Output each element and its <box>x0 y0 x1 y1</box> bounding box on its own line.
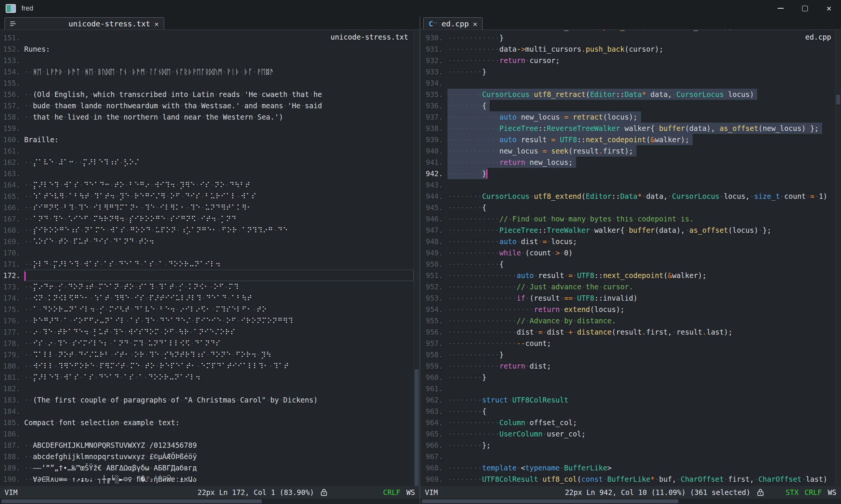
editor-line[interactable]: 171.··⡕⠇⠙·⡍⠜⠇⠑⠹·⠺⠁⠎·⠁⠎·⠙⠑⠁⠙·⠁⠎·⠁·⠙⠕⠕⠗⠤⠝⠁… <box>0 258 420 270</box>
editor-line[interactable]: 948.············auto·dist·=·locus; <box>420 236 841 247</box>
editor-line[interactable]: 154.··ᚻᛖ·ᚳᚹᚫᚦ·ᚦᚫᛏ·ᚻᛖ·ᛒᚢᛞᛖ·ᚩᚾ·ᚦᚫᛗ·ᛚᚪᚾᛞᛖ·ᚾ… <box>0 66 420 77</box>
editor-line[interactable]: 965.············UserColumn·user_col; <box>420 428 841 439</box>
left-editor[interactable]: 150.እግርህን·በፍራሽህ·ልክ·ዘርጋ።151.152.Runes:153… <box>0 29 420 486</box>
editor-line[interactable]: 959.············return·dist; <box>420 360 841 372</box>
editor-line[interactable]: 159. <box>0 123 420 134</box>
editor-line[interactable]: 179.··⠩⠁⠇⠇·⠝⠕⠞·⠙⠊⠌⠥⠗⠃·⠊⠞⠂·⠕⠗·⠹⠑·⡊⠳⠝⠞⠗⠹⠰⠎… <box>0 349 420 360</box>
editor-line[interactable]: 163. <box>0 168 420 179</box>
editor-line[interactable]: 932.············return·cursor; <box>420 55 841 66</box>
editor-line[interactable]: 183.··(The·first·couple·of·paragraphs·of… <box>0 394 420 406</box>
editor-line[interactable]: 161. <box>0 145 420 157</box>
editor-line[interactable]: 939.············auto·result·=·UTF8::next… <box>420 134 841 145</box>
editor-line[interactable]: 175.··⠁·⠙⠕⠕⠗⠤⠝⠁⠊⠇⠲·⡊·⠍⠊⠣⠞·⠙⠁⠧⠑·⠃⠑⠲·⠔⠊⠇⠔⠫… <box>0 304 420 315</box>
editor-line[interactable]: 930.············} <box>420 32 841 43</box>
editor-line[interactable]: 935.········CursorLocus·utf8_retract(Edi… <box>420 89 841 100</box>
editor-line[interactable]: 176.··⠗⠑⠛⠜⠙·⠁·⠊⠕⠋⠋⠔⠤⠝⠁⠊⠇·⠁⠎·⠹⠑·⠙⠑⠁⠙⠑⠌·⠏⠊… <box>0 315 420 326</box>
editor-line[interactable]: 184. <box>0 406 420 417</box>
editor-line[interactable]: 963.········{ <box>420 406 841 417</box>
editor-line[interactable]: 165.··⠱⠁⠞⠑⠧⠻·⠁⠃⠳⠞·⠹⠁⠞⠲·⡹⠑·⠗⠑⠛⠊⠌⠻·⠕⠋·⠙⠊⠎·… <box>0 191 420 202</box>
editor-line[interactable]: 964.············Column·offset_col; <box>420 417 841 428</box>
editor-line[interactable]: 152.Runes: <box>0 43 420 55</box>
editor-line[interactable]: 961. <box>420 383 841 394</box>
editor-line[interactable]: 966.········}; <box>420 439 841 451</box>
editor-line[interactable]: 945.········{ <box>420 202 841 213</box>
tab-unicode-stress-txt[interactable]: unicode-stress.txt ✕ <box>5 17 164 29</box>
editor-line[interactable]: 937.············auto·new_locus·=·retract… <box>420 111 841 123</box>
editor-line[interactable]: 168.··⡎⠊⠗⠕⠕⠛⠑⠰⠎·⠝⠁⠍⠑·⠺⠁⠎·⠛⠕⠕⠙·⠥⠏⠕⠝·⠰⡡⠁⠝⠛… <box>0 224 420 236</box>
editor-line[interactable]: 177.··⠔·⠹⠑·⠞⠗⠁⠙⠑⠲·⡃⠥⠞·⠹⠑·⠺⠊⠎⠙⠕⠍·⠕⠋·⠳⠗·⠁⠝… <box>0 326 420 338</box>
editor-line[interactable]: 167.··⠁⠝⠙·⠹⠑·⠡⠊⠑⠋·⠍⠳⠗⠝⠻⠲·⡎⠊⠗⠕⠕⠛⠑·⠎⠊⠛⠝⠫·⠊… <box>0 213 420 224</box>
left-vertical-scrollbar-thumb[interactable] <box>415 369 419 486</box>
editor-line[interactable]: 940.············new_locus·=·seek(result.… <box>420 145 841 157</box>
line-number: 178. <box>0 338 20 349</box>
editor-line[interactable]: 954.····················return·extend(lo… <box>420 304 841 315</box>
editor-line[interactable]: 190.··∀∂∈ℝ∧∪≡∞·↑↗↨↻⇣·┐┼╔╘░►☺♀·ﬁ�⑀₂ἠḂӥẄɐː… <box>0 473 420 485</box>
editor-line[interactable]: 164.··⡍⠜⠇⠑⠹·⠺⠁⠎·⠙⠑⠁⠙⠒·⠞⠕·⠃⠑⠛⠔·⠺⠊⠹⠲·⡹⠻⠑·⠊… <box>0 179 420 191</box>
editor-line[interactable]: 150.እግርህን·በፍራሽህ·ልክ·ዘርጋ። <box>0 29 420 32</box>
editor-line[interactable]: 166.··⠎⠊⠛⠝⠫·⠃⠹·⠹⠑·⠊⠇⠻⠛⠹⠍⠁⠝⠂·⠹⠑·⠊⠇⠻⠅⠂·⠹⠑·… <box>0 202 420 213</box>
right-vertical-scrollbar-thumb[interactable] <box>836 95 840 104</box>
editor-line[interactable]: 942.········} <box>420 168 841 179</box>
editor-line[interactable]: 941.············return·new_locus; <box>420 157 841 168</box>
editor-line[interactable]: 185.Compact·font·selection·example·text: <box>0 417 420 428</box>
editor-line[interactable]: 949.············while·(count·>·0) <box>420 247 841 258</box>
editor-line[interactable]: 956.················dist·=·dist·+·distan… <box>420 326 841 338</box>
left-vertical-scrollbar[interactable] <box>414 30 420 486</box>
editor-line[interactable]: 155. <box>0 77 420 89</box>
editor-line[interactable]: 946.············//·Find·out·how·many·byt… <box>420 213 841 224</box>
editor-line[interactable]: 180.··⠺⠊⠇⠇·⠹⠻⠑⠋⠕⠗⠑·⠏⠻⠍⠊⠞·⠍⠑·⠞⠕·⠗⠑⠏⠑⠁⠞⠂·⠑… <box>0 360 420 372</box>
editor-line[interactable]: 947.············PieceTree::TreeWalker·wa… <box>420 224 841 236</box>
editor-line[interactable]: 156.··(Old·English,·which·transcribed·in… <box>0 89 420 100</box>
editor-line[interactable]: 181.··⡍⠜⠇⠑⠹·⠺⠁⠎·⠁⠎·⠙⠑⠁⠙·⠁⠎·⠁·⠙⠕⠕⠗⠤⠝⠁⠊⠇⠲ <box>0 372 420 383</box>
editor-line[interactable]: 952.················//·Just·advance·the·… <box>420 281 841 292</box>
editor-line[interactable]: 967. <box>420 451 841 462</box>
editor-line[interactable]: 960.········} <box>420 372 841 383</box>
right-horizontal-scrollbar-thumb[interactable] <box>422 499 678 503</box>
tab-ed-cpp[interactable]: ed.cpp ✕ <box>423 17 483 29</box>
editor-line[interactable]: 178.··⠊⠎·⠔·⠹⠑·⠎⠊⠍⠊⠇⠑⠆·⠁⠝⠙·⠍⠹·⠥⠝⠙⠁⠇⠇⠪⠫·⠙⠁… <box>0 338 420 349</box>
tab-close-icon[interactable]: ✕ <box>154 20 158 28</box>
editor-line[interactable]: 950.············{ <box>420 258 841 270</box>
editor-line[interactable]: 933.········} <box>420 66 841 77</box>
editor-line[interactable]: 943. <box>420 179 841 191</box>
editor-line[interactable]: 931.············data->multi_cursors.push… <box>420 43 841 55</box>
editor-line[interactable]: 957.················--count; <box>420 338 841 349</box>
editor-line[interactable]: 186. <box>0 428 420 439</box>
editor-line[interactable]: 938.············PieceTree::ReverseTreeWa… <box>420 123 841 134</box>
editor-line[interactable]: 934. <box>420 77 841 89</box>
editor-line[interactable]: 162.··⡌⠁⠧⠑·⠼⠁⠒··⡍⠜⠇⠑⠹⠰⠎·⡣⠕⠌ <box>0 157 420 168</box>
editor-line[interactable]: 174.··⠪⠝·⠅⠝⠪⠇⠫⠛⠑⠂·⠱⠁⠞·⠹⠻⠑·⠊⠎·⠏⠜⠞⠊⠊⠥⠇⠜⠇⠹·… <box>0 292 420 304</box>
editor-line[interactable]: 929.················data->multi_cursors.… <box>420 29 841 32</box>
maximize-button[interactable] <box>793 0 817 17</box>
tab-close-icon[interactable]: ✕ <box>473 20 477 28</box>
editor-line[interactable]: 953.················if·(result·==·UTF8::… <box>420 292 841 304</box>
editor-line[interactable]: 170. <box>0 247 420 258</box>
editor-line[interactable]: 153. <box>0 55 420 66</box>
left-horizontal-scrollbar-thumb[interactable] <box>2 499 262 503</box>
editor-line[interactable]: 968.········template·<typename·BufferLik… <box>420 462 841 473</box>
editor-line[interactable]: 944.········CursorLocus·utf8_extend(Edit… <box>420 191 841 202</box>
close-button[interactable] <box>817 0 841 17</box>
editor-line[interactable]: 160.Braille: <box>0 134 420 145</box>
minimize-button[interactable] <box>769 0 793 17</box>
editor-line[interactable]: 158.··that·he·lived·in·the·northern·land… <box>0 111 420 123</box>
right-editor[interactable]: 929.················data->multi_cursors.… <box>420 29 841 486</box>
editor-line[interactable]: 187.··ABCDEFGHIJKLMNOPQRSTUVWXYZ·/012345… <box>0 439 420 451</box>
editor-line[interactable]: 173.··⡍⠔⠙⠖·⡊·⠙⠕⠝⠰⠞·⠍⠑⠁⠝·⠞⠕·⠎⠁⠹·⠹⠁⠞·⡊·⠅⠝⠪… <box>0 281 420 292</box>
editor-line[interactable]: 188.··abcdefghijklmnopqrstuvwxyz·£©µÀÆÖÞ… <box>0 451 420 462</box>
editor-line[interactable]: 182. <box>0 383 420 394</box>
editor-line[interactable]: 169.··⠡⠕⠎⠑·⠞⠕·⠏⠥⠞·⠙⠊⠎·⠙⠁⠝⠙·⠞⠕⠲ <box>0 236 420 247</box>
editor-line[interactable]: 172. <box>0 270 420 281</box>
right-horizontal-scrollbar[interactable] <box>420 499 841 504</box>
editor-line[interactable]: 951.················auto·result·=·UTF8::… <box>420 270 841 281</box>
editor-line[interactable]: 189.··–—‘“”„†•…‰™œŠŸž€·ΑΒΓΔΩαβγδω·АБВГДа… <box>0 462 420 473</box>
editor-line[interactable]: 955.················//·Advance·by·distan… <box>420 315 841 326</box>
editor-line[interactable]: 157.··bude·thaem·lande·northweardum·with… <box>0 100 420 111</box>
editor-line[interactable]: 936.········{ <box>420 100 841 111</box>
editor-line[interactable]: 962.········struct·UTF8ColResult <box>420 394 841 406</box>
left-horizontal-scrollbar[interactable] <box>0 499 420 504</box>
right-vertical-scrollbar[interactable] <box>835 30 841 486</box>
editor-line[interactable]: 969.········UTF8ColResult·utf8_col(const… <box>420 473 841 485</box>
editor-line[interactable]: 958.············} <box>420 349 841 360</box>
line-number: 152. <box>0 43 20 55</box>
